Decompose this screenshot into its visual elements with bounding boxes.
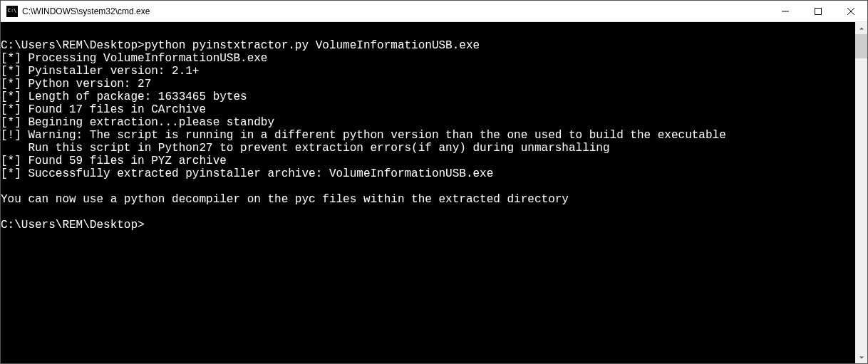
- close-icon: [847, 8, 854, 15]
- cmd-icon: [6, 6, 18, 17]
- window-controls: [769, 1, 867, 21]
- window-title: C:\WINDOWS\system32\cmd.exe: [22, 6, 150, 16]
- scroll-down-button[interactable]: [855, 351, 867, 363]
- terminal-output[interactable]: C:\Users\REM\Desktop>python pyinstxtract…: [1, 22, 855, 363]
- client-area: C:\Users\REM\Desktop>python pyinstxtract…: [1, 22, 867, 363]
- scroll-up-button[interactable]: [855, 22, 867, 34]
- chevron-up-icon: [859, 26, 864, 31]
- minimize-button[interactable]: [769, 1, 802, 21]
- minimize-icon: [782, 8, 789, 15]
- svg-rect-0: [815, 8, 822, 14]
- titlebar[interactable]: C:\WINDOWS\system32\cmd.exe: [1, 1, 867, 22]
- cmd-window: C:\WINDOWS\system32\cmd.exe C:\Users\REM…: [0, 0, 868, 364]
- scroll-track[interactable]: [855, 34, 867, 351]
- maximize-button[interactable]: [802, 1, 835, 21]
- maximize-icon: [815, 8, 822, 15]
- chevron-down-icon: [859, 355, 864, 360]
- vertical-scrollbar[interactable]: [855, 22, 867, 363]
- close-button[interactable]: [835, 1, 867, 21]
- scroll-thumb[interactable]: [855, 34, 867, 58]
